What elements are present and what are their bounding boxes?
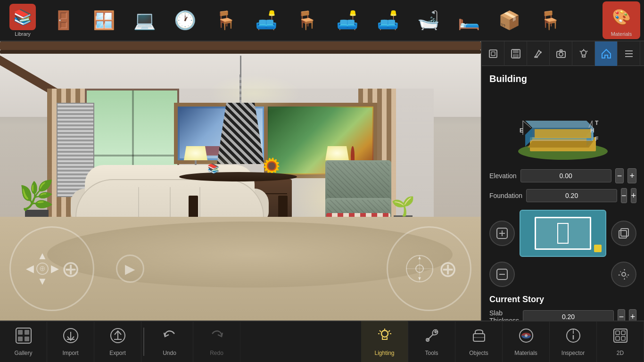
inspector-label: Inspector [561,350,585,356]
export-icon [109,327,126,348]
foundation-row: Foundation − + [489,188,636,203]
svg-rect-44 [621,229,628,236]
action-row-1 [489,210,636,257]
inspector-icon: i [565,327,582,348]
top-toolbar: 📚 Library 🚪 🪟 💻 🕐 🪑 🛋️ 🪑 🛋️ 🛋️ 🛁 🛏️ 📦 🪑 [0,0,644,41]
furniture-chair-red[interactable]: 🪑 [206,1,244,39]
2d-button[interactable]: 2D [597,321,644,362]
svg-line-64 [388,330,390,332]
library-button[interactable]: 📚 Library [4,1,41,39]
lighting-label: Lighting [374,350,394,356]
3d-scene: 🌻 🌿 🌱 � [0,41,481,321]
furniture-window[interactable]: 🪟 [85,1,123,39]
books-icon: 📚 [207,163,219,174]
import-button[interactable]: Import [47,321,94,362]
svg-line-18 [580,51,581,52]
redo-label: Redo [210,350,223,356]
gallery-icon [15,327,32,348]
svg-rect-6 [489,50,497,58]
library-label: Library [15,31,31,37]
elevation-label: Elevation [489,172,517,180]
furniture-chair-pink[interactable]: 🪑 [288,1,325,39]
objects-button[interactable]: Objects [455,321,503,362]
svg-rect-51 [18,330,23,335]
panel-toolbar [482,41,644,66]
panel-select-btn[interactable] [482,41,504,66]
furniture-bathtub[interactable]: 🛁 [409,1,447,39]
joystick-right[interactable]: ▲ ▼ [387,226,471,311]
export-button[interactable]: Export [94,321,141,362]
svg-rect-7 [491,52,495,56]
panel-camera-btn[interactable] [550,41,572,66]
slab-label: Slab Thickness [489,309,519,321]
add-room-btn[interactable] [489,221,515,246]
library-icon: 📚 [9,4,36,30]
panel-content: Building [482,66,644,321]
furniture-chest[interactable]: 📦 [490,1,528,39]
svg-rect-79 [621,337,625,340]
lighting-button[interactable]: Lighting [361,321,408,362]
furniture-sofa-yellow[interactable]: 🛋️ [369,1,406,39]
2d-icon [612,327,629,348]
tools-button[interactable]: Tools [408,321,455,362]
materials-button[interactable]: 🎨 Materials [603,1,640,39]
furniture-laptop[interactable]: 💻 [125,1,163,39]
furniture-door[interactable]: 🚪 [44,1,82,39]
svg-text:▲: ▲ [417,255,422,260]
panel-save-btn[interactable] [504,41,527,66]
slab-increase-btn[interactable]: + [629,309,636,321]
materials-bottom-button[interactable]: Materials [503,321,550,362]
svg-rect-13 [534,56,538,58]
right-panel: Building [481,41,644,321]
undo-button[interactable]: Undo [146,321,193,362]
slab-thickness-row: Slab Thickness − + [489,309,636,321]
elevation-row: Elevation − + [489,168,636,183]
slab-input[interactable] [523,310,614,321]
svg-point-61 [381,330,388,337]
foundation-label: Foundation [489,192,522,199]
scene-area[interactable]: 🌻 🌿 🌱 � [0,41,481,321]
elevation-increase-btn[interactable]: + [627,168,636,183]
elevation-decrease-btn[interactable]: − [615,168,624,183]
furniture-armchair-yellow[interactable]: 🛋️ [247,1,285,39]
gallery-button[interactable]: Gallery [0,321,47,362]
svg-text:F: F [595,136,598,142]
svg-text:i: i [572,328,574,335]
furniture-bed[interactable]: 🛏️ [450,1,487,39]
panel-paint-btn[interactable] [527,41,550,66]
furniture-sofa-light[interactable]: 🛋️ [328,1,366,39]
current-story-title: Current Story [489,295,636,304]
slab-decrease-btn[interactable]: − [618,309,625,321]
svg-rect-52 [25,330,29,335]
panel-home-btn[interactable] [595,41,618,66]
floor-plan-preview[interactable] [520,210,606,257]
inspector-button[interactable]: i Inspector [550,321,597,362]
foundation-increase-btn[interactable]: + [631,188,637,203]
elevation-input[interactable] [520,169,611,182]
2d-label: 2D [617,350,624,356]
nav-arrow-button[interactable]: ▶ [116,255,144,283]
svg-line-19 [586,51,587,52]
svg-rect-54 [25,337,29,341]
copy-btn[interactable] [611,221,636,246]
settings-btn[interactable] [611,262,636,287]
svg-rect-76 [616,331,619,335]
furniture-clock[interactable]: 🕐 [166,1,204,39]
svg-point-15 [559,52,563,56]
redo-button[interactable]: Redo [193,321,240,362]
tools-icon [423,327,440,348]
furniture-chair-dining[interactable]: 🪑 [531,1,569,39]
foundation-input[interactable] [526,189,617,202]
separator-1 [143,328,144,356]
undo-icon [161,327,178,348]
svg-line-63 [380,330,381,332]
subtract-btn[interactable] [489,262,515,287]
svg-marker-30 [528,141,594,148]
foundation-decrease-btn[interactable]: − [621,188,627,203]
import-label: Import [62,350,78,356]
panel-light-btn[interactable] [572,41,595,66]
objects-icon [471,327,487,348]
svg-rect-77 [621,331,625,335]
panel-list-btn[interactable] [618,41,640,66]
joystick-left[interactable]: ▲ ◀ ⊕ ▶ ▼ [9,226,94,311]
